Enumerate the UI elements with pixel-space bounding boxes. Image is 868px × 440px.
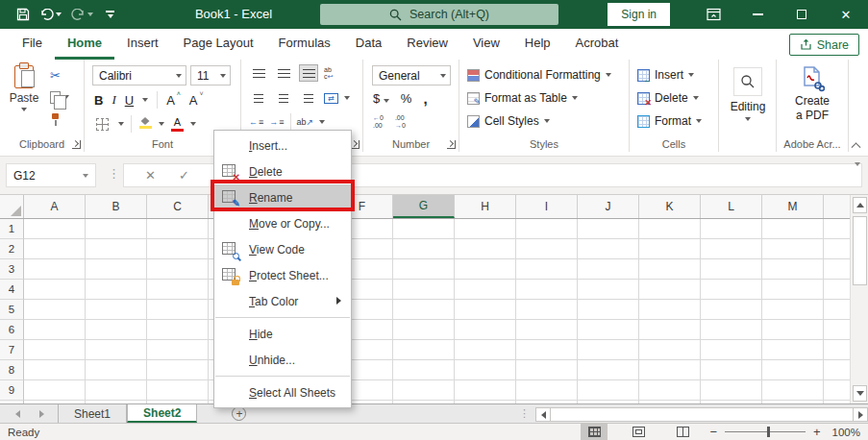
cell-M3[interactable] <box>762 259 824 280</box>
cell-J4[interactable] <box>578 280 639 300</box>
cell-B9[interactable] <box>86 380 147 401</box>
cell-I6[interactable] <box>516 320 578 340</box>
cell-G3[interactable] <box>393 259 455 280</box>
zoom-in-button[interactable]: + <box>813 425 821 439</box>
cell-partial-6[interactable] <box>824 320 850 340</box>
merge-dropdown-icon[interactable] <box>344 96 350 100</box>
cell-B5[interactable] <box>86 300 147 320</box>
horizontal-scroll-thumb[interactable] <box>551 407 853 422</box>
cell-C3[interactable] <box>147 259 209 280</box>
tab-help[interactable]: Help <box>512 29 563 60</box>
number-dialog-launcher-icon[interactable] <box>447 140 456 149</box>
save-icon[interactable] <box>13 6 33 23</box>
page-break-view-button[interactable] <box>669 424 696 440</box>
cell-H3[interactable] <box>455 259 516 280</box>
cell-M2[interactable] <box>762 239 824 259</box>
bottom-align-button[interactable] <box>299 64 318 82</box>
menu-item-delete[interactable]: ✕Delete <box>214 159 351 184</box>
close-button[interactable]: ✕ <box>824 0 868 29</box>
align-center-button[interactable] <box>274 89 293 107</box>
cell-I9[interactable] <box>516 380 578 401</box>
underline-dropdown-icon[interactable] <box>142 98 148 102</box>
column-header-l[interactable]: L <box>701 195 762 218</box>
page-layout-view-button[interactable] <box>625 424 652 440</box>
cell-I5[interactable] <box>516 300 578 320</box>
scroll-down-icon[interactable] <box>853 385 867 402</box>
tab-data[interactable]: Data <box>343 29 394 60</box>
borders-button[interactable] <box>92 115 112 133</box>
formula-bar-divider-dots[interactable]: ⋮ <box>108 166 120 181</box>
cell-B8[interactable] <box>86 360 147 380</box>
cell-G4[interactable] <box>393 280 455 300</box>
cell-A1[interactable] <box>24 219 86 239</box>
font-color-button[interactable]: A <box>171 117 184 132</box>
cell-G9[interactable] <box>393 380 455 401</box>
orientation-button[interactable]: ab↗ <box>297 117 314 127</box>
number-format-combo[interactable]: General <box>372 65 451 86</box>
cell-J7[interactable] <box>578 340 639 360</box>
tab-file[interactable]: File <box>10 29 55 60</box>
alignment-dialog-launcher-icon[interactable] <box>351 140 360 149</box>
increase-decimal-button[interactable]: ←0.00 <box>373 114 384 129</box>
cell-L1[interactable] <box>701 219 762 239</box>
cell-I8[interactable] <box>516 360 578 380</box>
grow-font-button[interactable]: A˄ <box>166 93 181 108</box>
cell-H7[interactable] <box>455 340 516 360</box>
cell-L6[interactable] <box>701 320 762 340</box>
menu-item-select-all-sheets[interactable]: Select All Sheets <box>214 379 351 405</box>
horizontal-scrollbar[interactable] <box>535 407 868 422</box>
search-input[interactable]: Search (Alt+Q) <box>320 4 558 25</box>
cell-K5[interactable] <box>639 300 701 320</box>
minimize-button[interactable] <box>735 0 780 29</box>
cell-H2[interactable] <box>455 239 516 259</box>
cell-G8[interactable] <box>393 360 455 380</box>
undo-dropdown-icon[interactable] <box>56 12 62 16</box>
enter-icon[interactable]: ✓ <box>179 168 189 183</box>
scroll-up-icon[interactable] <box>853 197 867 213</box>
tabbar-divider-dots[interactable]: ⋮ <box>519 407 530 420</box>
cell-I3[interactable] <box>516 259 578 280</box>
delete-cells-button[interactable]: ✕ Delete <box>637 88 699 108</box>
sheet-tab-sheet1[interactable]: Sheet1 <box>59 404 127 423</box>
cell-partial-5[interactable] <box>824 300 850 320</box>
new-sheet-button[interactable]: + <box>232 406 246 421</box>
cell-L8[interactable] <box>701 360 762 380</box>
font-name-combo[interactable]: Calibri <box>92 65 186 86</box>
increase-indent-button[interactable]: →≡ <box>269 117 284 127</box>
column-header-a[interactable]: A <box>24 195 86 218</box>
column-header-partial[interactable] <box>824 195 850 218</box>
cell-styles-button[interactable]: Cell Styles <box>467 111 550 131</box>
maximize-button[interactable] <box>780 0 824 29</box>
sign-in-button[interactable]: Sign in <box>608 3 670 26</box>
middle-align-button[interactable] <box>274 64 293 82</box>
align-left-button[interactable] <box>249 89 268 107</box>
cell-B6[interactable] <box>86 320 147 340</box>
cell-C7[interactable] <box>147 340 209 360</box>
cell-B1[interactable] <box>86 219 147 239</box>
cell-B2[interactable] <box>86 239 147 259</box>
top-align-button[interactable] <box>249 64 268 82</box>
cell-partial-3[interactable] <box>824 259 850 280</box>
cell-M4[interactable] <box>762 280 824 300</box>
cut-button[interactable]: ✂ <box>50 67 61 83</box>
cell-A9[interactable] <box>24 380 86 401</box>
cell-A5[interactable] <box>24 300 86 320</box>
cell-C8[interactable] <box>147 360 209 380</box>
percent-button[interactable]: % <box>401 91 412 106</box>
cell-G7[interactable] <box>393 340 455 360</box>
orientation-dropdown-icon[interactable] <box>319 120 325 124</box>
column-header-j[interactable]: J <box>578 195 639 218</box>
vertical-scroll-thumb[interactable] <box>853 216 867 285</box>
copy-button[interactable] <box>50 89 69 105</box>
format-as-table-button[interactable]: Format as Table <box>467 88 578 108</box>
customize-qat-icon[interactable] <box>106 11 114 18</box>
cell-K1[interactable] <box>639 219 701 239</box>
row-header-1[interactable]: 1 <box>0 219 24 239</box>
cell-K4[interactable] <box>639 280 701 300</box>
cell-C9[interactable] <box>147 380 209 401</box>
decrease-decimal-button[interactable]: .00→0 <box>395 114 406 129</box>
row-header-6[interactable]: 6 <box>0 320 24 340</box>
cell-J1[interactable] <box>578 219 639 239</box>
tab-page-layout[interactable]: Page Layout <box>171 29 266 60</box>
cell-A3[interactable] <box>24 259 86 280</box>
